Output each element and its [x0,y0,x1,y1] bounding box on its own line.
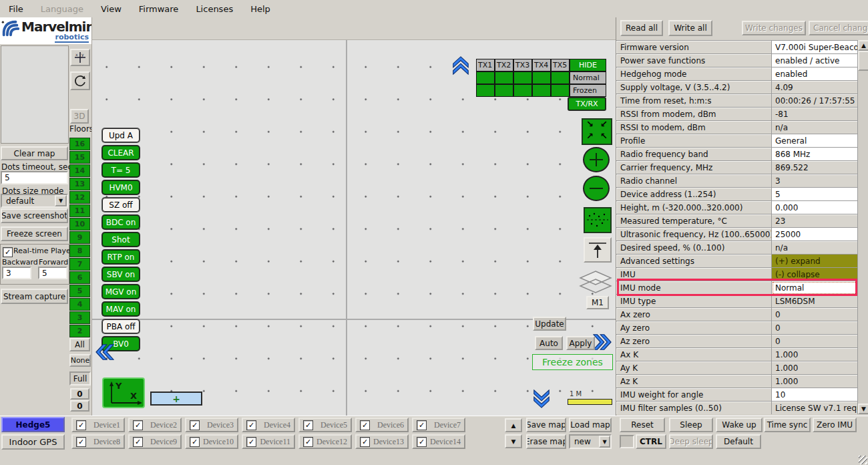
param-value[interactable]: 0 [772,308,857,321]
param-value[interactable]: (-) collapse [772,268,857,281]
param-value[interactable]: 868 MHz [772,148,857,161]
param-value[interactable]: 1.000 [772,361,857,375]
param-value[interactable]: 4.09 [772,81,857,94]
map-canvas[interactable]: Upd ACLEART= 5HVM0SZ offBDC onShotRTP on… [91,40,616,416]
clear-map-button[interactable]: Clear map [1,146,68,160]
floors-none-button[interactable]: None [69,354,91,367]
device-scroll-up-button[interactable]: ▲ [505,418,522,432]
scroll-left-icon[interactable] [95,343,114,361]
param-value[interactable]: V7.000i Super-Beacon [772,41,857,54]
device-checkbox[interactable]: ✓ [190,420,200,430]
device-cell-device13[interactable]: ✓Device13 [355,434,409,449]
tx-hide-button[interactable]: HIDE [570,59,606,71]
floor-button-9[interactable]: 9 [69,231,90,244]
device-cell-device4[interactable]: ✓Device4 [242,418,295,432]
param-value[interactable]: 1.000 [772,375,857,388]
param-value[interactable]: 3 [772,174,857,188]
indoor-gps-tab[interactable]: Indoor GPS [1,434,65,450]
stream-capture-button[interactable]: Stream capture [1,289,68,304]
tx-cell[interactable] [476,84,495,97]
map-action-mav-on[interactable]: MAV on [102,302,140,316]
axes-view-button[interactable]: xy [70,49,90,66]
device-checkbox[interactable]: ✓ [246,437,256,447]
param-value[interactable]: n/a [772,121,857,134]
scrollbar-up-icon[interactable]: ▲ [858,40,868,51]
rotate-view-button[interactable] [70,71,90,90]
scroll-right-icon[interactable] [593,333,612,351]
time-sync-button[interactable]: Time sync [764,418,811,432]
device-cell-device12[interactable]: ✓Device12 [298,434,352,449]
param-value[interactable]: Normal [772,281,857,295]
floor-button-12[interactable]: 12 [69,191,90,204]
3d-view-button[interactable]: 3D [70,109,89,124]
map-action-hvm0[interactable]: HVM0 [102,180,140,194]
tx-cell[interactable] [495,71,513,84]
param-value[interactable]: General [772,134,857,148]
floor-button-15[interactable]: 15 [69,151,90,164]
device-checkbox[interactable]: ✓ [133,437,143,447]
param-value[interactable]: -81 [772,108,857,121]
map-action-upd-a[interactable]: Upd A [102,128,140,142]
floor-button-10[interactable]: 10 [69,218,90,230]
dots-size-dropdown-icon[interactable]: ▼ [55,195,67,206]
device-checkbox[interactable]: ✓ [417,437,427,447]
sleep-button[interactable]: Sleep [669,418,713,432]
scrollbar-down-icon[interactable]: ▼ [858,404,868,414]
parameters-scrollbar[interactable]: ▲ ▼ [857,40,868,414]
floor-button-13[interactable]: 13 [69,178,90,190]
freeze-screen-button[interactable]: Freeze screen [1,226,68,241]
device-cell-device3[interactable]: ✓Device3 [185,418,238,432]
floor-button-6[interactable]: 6 [69,271,90,284]
device-scroll-down-button[interactable]: ▼ [505,434,522,448]
tx-cell[interactable] [495,84,513,97]
floor-button-7[interactable]: 7 [69,258,90,271]
param-value[interactable]: enabled [772,67,857,81]
deep-sleep-button[interactable]: Deep sleep [669,434,713,449]
menu-item-view[interactable]: View [92,0,130,17]
tx-cell[interactable] [532,84,551,97]
scroll-up-icon[interactable] [452,56,469,75]
floors-full-button[interactable]: Full [69,371,91,385]
auto-button[interactable]: Auto [535,336,563,350]
wake-up-button[interactable]: Wake up [716,418,763,432]
param-value[interactable]: 0 [772,321,857,335]
floor-button-4[interactable]: 4 [69,298,90,311]
floor-counter-top[interactable]: 0 [70,388,89,400]
device-cell-device6[interactable]: ✓Device6 [355,418,409,432]
fit-to-view-icon[interactable]: ↘↙↗↖ [582,118,612,145]
update-button[interactable]: Update [533,317,566,331]
scrollbar-thumb[interactable] [858,51,868,71]
device-cell-device9[interactable]: ✓Device9 [128,434,182,449]
floor-button-8[interactable]: 8 [69,245,90,257]
floors-all-button[interactable]: All [69,338,90,351]
forward-input[interactable]: 5 [38,267,67,279]
tx-frozen-button[interactable]: Frozen [570,84,606,97]
map-action-sz-off[interactable]: SZ off [102,198,140,212]
device-checkbox[interactable]: ✓ [246,420,256,430]
device-checkbox[interactable]: ✓ [133,420,143,430]
device-cell-device11[interactable]: ✓Device11 [242,434,295,449]
device-checkbox[interactable]: ✓ [303,420,313,430]
map-action-clear[interactable]: CLEAR [102,146,140,160]
menu-item-help[interactable]: Help [242,0,279,17]
param-value[interactable]: n/a [772,241,857,255]
zoom-in-icon[interactable] [583,147,610,172]
param-value[interactable]: 00:00:26 / 17:57:55 / 0 [772,94,857,108]
tx-cell[interactable] [532,71,551,84]
menu-item-file[interactable]: File [0,0,32,17]
xy-axes-icon[interactable]: Y X [102,377,145,408]
menu-item-licenses[interactable]: Licenses [187,0,242,17]
write-all-button[interactable]: Write all [668,20,712,36]
scroll-down-icon[interactable] [533,390,550,408]
device-cell-device7[interactable]: ✓Device7 [412,418,465,432]
device-checkbox[interactable]: ✓ [417,420,427,430]
floor-button-3[interactable]: 3 [69,311,90,324]
param-value[interactable]: 1.000 [772,348,857,361]
reset-button[interactable]: Reset [620,418,665,432]
map-action-rtp-on[interactable]: RTP on [102,250,140,264]
device-checkbox[interactable]: ✓ [76,437,86,447]
zero-imu-button[interactable]: Zero IMU [813,418,857,432]
param-value[interactable]: 25000 [772,228,857,241]
device-cell-device14[interactable]: ✓Device14 [412,434,465,449]
floor-button-2[interactable]: 2 [69,325,90,337]
